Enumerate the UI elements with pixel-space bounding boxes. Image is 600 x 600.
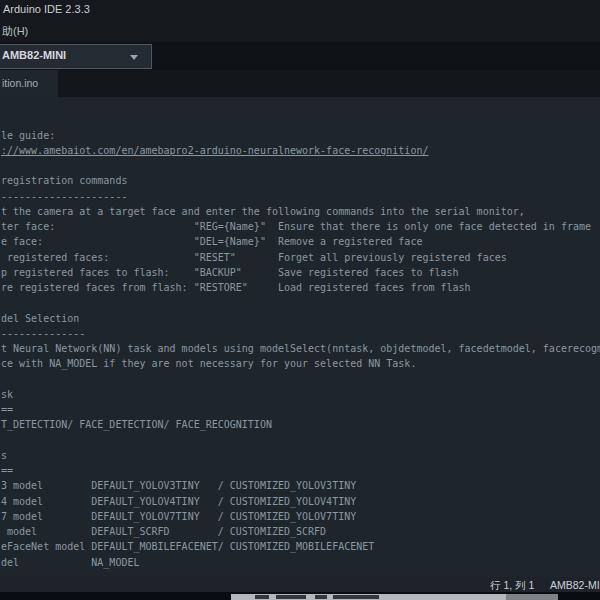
code-line: 4 model DEFAULT_YOLOV4TINY / CUSTOMIZED_…	[0, 494, 600, 509]
code-line: ter face: "REG={Name}" Ensure that there…	[0, 219, 600, 234]
code-line	[0, 112, 600, 127]
background-window-glyph	[315, 595, 327, 599]
code-line: del NA_MODEL	[0, 555, 600, 570]
code-line: re registered faces from flash: "RESTORE…	[0, 280, 600, 295]
desktop-strip	[0, 592, 600, 600]
code-line: t Neural Network(NN) task and models usi…	[0, 341, 600, 356]
window-title: Arduino IDE 2.3.3	[3, 3, 90, 15]
tab-sketch-label: ition.ino	[2, 77, 38, 89]
code-line: le guide:	[0, 128, 600, 143]
tabbar: ition.ino	[0, 70, 600, 97]
code-line: 7 model DEFAULT_YOLOV7TINY / CUSTOMIZED_…	[0, 509, 600, 524]
background-window-glyph	[255, 595, 269, 599]
tab-sketch[interactable]: ition.ino	[0, 70, 58, 97]
board-selector-label: AMB82-MINI	[2, 49, 66, 61]
code-editor[interactable]: le guide:://www.amebaiot.com/en/amebapro…	[0, 97, 600, 577]
menu-help[interactable]: 助(H)	[2, 24, 28, 39]
code-line	[0, 158, 600, 173]
chevron-down-icon	[130, 55, 138, 60]
statusbar: 行 1, 列 1 AMB82-MINI	[0, 577, 600, 592]
code-line: t the camera at a target face and enter …	[0, 204, 600, 219]
code-line: e face: "DEL={Name}" Remove a registered…	[0, 234, 600, 249]
code-line: sk	[0, 387, 600, 402]
code-line: ---------------------	[0, 189, 600, 204]
code-line-url-link[interactable]: ://www.amebaiot.com/en/amebapro2-arduino…	[0, 143, 600, 158]
background-window-glyph	[276, 595, 306, 599]
background-window-glyph	[333, 595, 379, 599]
code-line: registered faces: "RESET" Forget all pre…	[0, 250, 600, 265]
code-line: T_DETECTION/ FACE_DETECTION/ FACE_RECOGN…	[0, 417, 600, 432]
code-line: del Selection	[0, 311, 600, 326]
code-line	[0, 433, 600, 448]
code-line: eFaceNet model DEFAULT_MOBILEFACENET/ CU…	[0, 539, 600, 554]
code-line: ==	[0, 463, 600, 478]
status-board-name: AMB82-MINI	[550, 579, 600, 591]
code-line	[0, 97, 600, 112]
code-line	[0, 372, 600, 387]
background-window-sliver	[231, 594, 506, 600]
toolbar: AMB82-MINI	[0, 42, 600, 70]
code-line: ce with NA_MODEL if they are not necessa…	[0, 356, 600, 371]
code-line: --------------	[0, 326, 600, 341]
code-line: ==	[0, 402, 600, 417]
code-line: registration commands	[0, 173, 600, 188]
titlebar: Arduino IDE 2.3.3	[0, 0, 600, 20]
code-line: model DEFAULT_SCRFD / CUSTOMIZED_SCRFD	[0, 524, 600, 539]
background-window-sliver-edge	[506, 594, 558, 600]
code-line	[0, 295, 600, 310]
code-line: p registered faces to flash: "BACKUP" Sa…	[0, 265, 600, 280]
menubar: 助(H)	[0, 20, 600, 42]
code-line: 3 model DEFAULT_YOLOV3TINY / CUSTOMIZED_…	[0, 478, 600, 493]
arduino-ide-window: Arduino IDE 2.3.3 助(H) AMB82-MINI ition.…	[0, 0, 600, 600]
cursor-position: 行 1, 列 1	[490, 579, 534, 593]
board-selector-dropdown[interactable]: AMB82-MINI	[0, 44, 152, 69]
code-line: s	[0, 448, 600, 463]
